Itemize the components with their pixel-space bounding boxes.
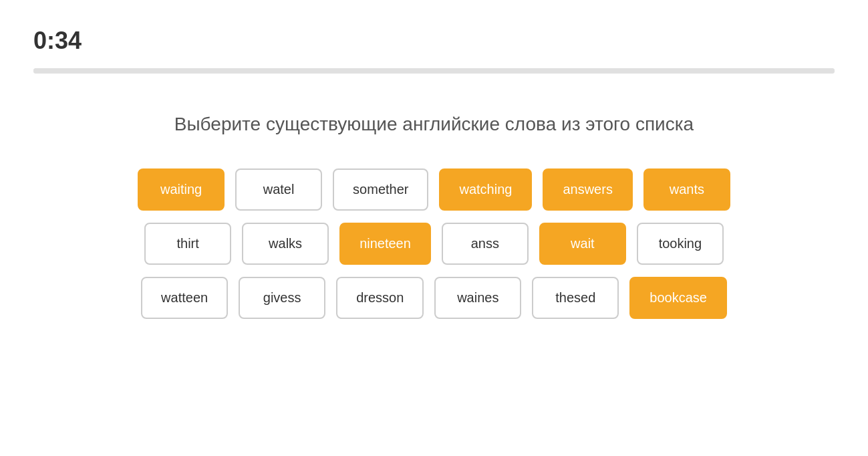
question-title: Выберите существующие английские слова и… xyxy=(33,114,835,135)
word-btn-givess[interactable]: givess xyxy=(239,277,325,319)
word-btn-answers[interactable]: answers xyxy=(543,168,632,211)
page-container: 0:34 Выберите существующие английские сл… xyxy=(0,0,868,346)
word-btn-thirt[interactable]: thirt xyxy=(144,223,231,265)
words-grid: waitingwatelsometherwatchinganswerswants… xyxy=(33,168,835,319)
progress-bar-fill xyxy=(33,68,835,74)
word-btn-wait[interactable]: wait xyxy=(539,223,626,265)
word-btn-watteen[interactable]: watteen xyxy=(141,277,228,319)
word-btn-anss[interactable]: anss xyxy=(442,223,529,265)
word-btn-walks[interactable]: walks xyxy=(242,223,329,265)
word-btn-somether[interactable]: somether xyxy=(333,168,428,211)
word-btn-dresson[interactable]: dresson xyxy=(336,277,424,319)
words-row-1: thirtwalksnineteenansswaittooking xyxy=(144,223,724,265)
timer-display: 0:34 xyxy=(33,27,835,55)
words-row-0: waitingwatelsometherwatchinganswerswants xyxy=(138,168,730,211)
word-btn-waiting[interactable]: waiting xyxy=(138,168,225,211)
progress-bar-container xyxy=(33,68,835,74)
word-btn-nineteen[interactable]: nineteen xyxy=(339,223,431,265)
word-btn-waines[interactable]: waines xyxy=(434,277,521,319)
word-btn-watching[interactable]: watching xyxy=(439,168,532,211)
words-row-2: watteengivessdressonwainesthesedbookcase xyxy=(141,277,727,319)
word-btn-bookcase[interactable]: bookcase xyxy=(629,277,727,319)
word-btn-watel[interactable]: watel xyxy=(235,168,322,211)
word-btn-thesed[interactable]: thesed xyxy=(532,277,619,319)
word-btn-wants[interactable]: wants xyxy=(643,168,730,211)
word-btn-tooking[interactable]: tooking xyxy=(637,223,724,265)
